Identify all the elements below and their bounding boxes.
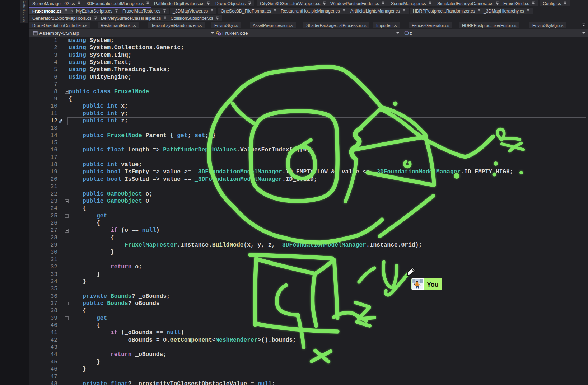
svg-text:You: You	[427, 281, 439, 288]
